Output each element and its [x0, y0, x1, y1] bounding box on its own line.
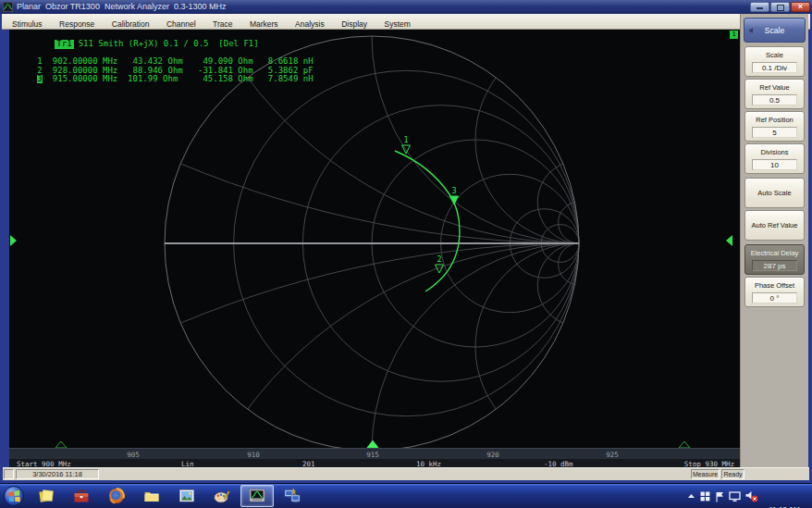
s11-trace [395, 151, 460, 291]
status-ready: Ready [721, 469, 744, 479]
taskbar-app-firefox[interactable] [100, 485, 133, 507]
taskbar-app-paint[interactable] [205, 485, 239, 507]
softkey-divisions[interactable]: Divisions 10 [744, 143, 805, 174]
left-scroll-strip [0, 30, 9, 480]
paint-icon [213, 487, 231, 505]
softkey-header[interactable]: Scale [744, 18, 806, 43]
softkey-auto-scale[interactable]: Auto Scale [744, 178, 805, 208]
remote-connection-icon [283, 487, 301, 505]
screen: Planar Obzor TR1300 Network Analyzer 0.3… [0, 0, 812, 508]
softkey-sidebar: Scale Scale 0.1 /Div Ref Value 0.5 Ref P… [740, 14, 808, 480]
tr1300-analyzer-icon [248, 487, 266, 505]
tray-volume-muted-icon[interactable] [745, 490, 758, 502]
svg-text:1: 1 [403, 135, 408, 144]
freq-tick: 920 [486, 451, 499, 459]
menubar: Stimulus Response Calibration Channel Tr… [2, 14, 810, 30]
tray-display-icon[interactable] [729, 491, 741, 502]
minimize-button[interactable] [750, 2, 769, 12]
channel-badge: 1 [730, 31, 738, 39]
windows-flag-icon [8, 490, 20, 502]
close-button[interactable] [791, 2, 810, 12]
svg-text:2: 2 [437, 254, 441, 264]
freq-marker-2-indicator[interactable] [679, 441, 690, 448]
taskbar-app-toolbox[interactable] [65, 485, 98, 507]
window-title: Planar Obzor TR1300 Network Analyzer 0.3… [17, 2, 226, 11]
firefox-icon [107, 487, 126, 505]
marker-readout-3: 3 915.00000 MHz 101.99 Ohm 45.158 Ohm 7.… [15, 75, 314, 83]
status-measure: Measure [691, 469, 720, 479]
ref-position-left-indicator [10, 235, 17, 246]
menu-item-calibration[interactable]: Calibration [105, 18, 156, 29]
sticky-notes-icon [37, 487, 55, 505]
softkey-electrical-delay[interactable]: Electrical Delay 287 ps [744, 244, 805, 275]
system-tray [687, 490, 758, 502]
softkey-ref-value-value: 0.5 [752, 94, 797, 105]
trace-title: S11 Smith (R+jX) 0.1 / 0.5 [Del F1] [79, 39, 259, 48]
taskbar-app-tr1300-analyzer[interactable] [240, 485, 274, 507]
taskbar-app-explorer[interactable] [135, 485, 168, 507]
svg-text:3: 3 [451, 186, 456, 195]
smith-grid [9, 30, 740, 467]
tray-grid-icon[interactable] [700, 491, 710, 502]
freq-marker-1-indicator[interactable] [55, 441, 67, 448]
tray-expand-icon[interactable] [687, 492, 695, 501]
softkey-phase-offset[interactable]: Phase Offset 0 ° [744, 277, 805, 307]
frequency-axis: 905 910 915 920 925 [9, 448, 740, 459]
taskbar-app-remote-connection[interactable] [276, 485, 309, 507]
photo-viewer-icon [178, 487, 196, 505]
menu-item-response[interactable]: Response [53, 18, 101, 29]
sweep-parameter-row: Start 900 MHz Lin 201 10 kHz -10 dBm Sto… [9, 459, 740, 467]
softkey-divisions-value: 10 [752, 159, 797, 170]
softkey-ref-position-value: 5 [752, 127, 797, 138]
menu-item-display[interactable]: Display [335, 18, 374, 29]
statusbar: 3/30/2016 11:18 Measure Ready [3, 467, 809, 480]
menu-item-channel[interactable]: Channel [160, 18, 203, 29]
menu-item-analysis[interactable]: Analysis [289, 18, 331, 29]
softkey-phase-offset-value: 0 ° [752, 292, 797, 304]
titlebar: Planar Obzor TR1300 Network Analyzer 0.3… [0, 0, 812, 14]
status-grip [4, 469, 14, 479]
taskbar-app-photo-viewer[interactable] [170, 485, 203, 507]
taskbar-app-sticky-notes[interactable] [30, 485, 63, 507]
freq-tick: 905 [127, 451, 140, 459]
menu-item-trace[interactable]: Trace [206, 18, 239, 29]
menu-item-markers[interactable]: Markers [243, 18, 285, 29]
back-arrow-icon [748, 28, 753, 33]
smith-chart-plot: 1 2 3 Tr1S11 Smith (R+jX) 0.1 / 0.5 [Del… [9, 30, 740, 467]
taskbar: 11:18 AM 3/30/2016 [0, 483, 812, 508]
maximize-button[interactable] [770, 2, 790, 12]
freq-tick: 915 [366, 451, 379, 459]
menu-item-system[interactable]: System [377, 18, 416, 29]
app-icon [3, 2, 13, 12]
ref-position-right-indicator [726, 235, 732, 246]
tray-action-center-flag-icon[interactable] [715, 491, 724, 502]
menu-item-stimulus[interactable]: Stimulus [6, 18, 49, 29]
folder-icon [142, 487, 161, 505]
softkey-ref-value[interactable]: Ref Value 0.5 [744, 79, 805, 109]
smith-chart: 1 2 3 [9, 30, 740, 467]
status-datetime: 3/30/2016 11:18 [16, 469, 99, 479]
freq-tick: 925 [606, 451, 619, 459]
softkey-ref-position[interactable]: Ref Position 5 [744, 111, 805, 142]
start-button[interactable] [4, 486, 24, 506]
trace-readout: Tr1S11 Smith (R+jX) 0.1 / 0.5 [Del F1] 1… [15, 31, 314, 83]
trace-badge[interactable]: Tr1 [55, 40, 73, 48]
softkey-scale[interactable]: Scale 0.1 /Div [744, 46, 805, 77]
softkey-auto-ref-value[interactable]: Auto Ref Value [744, 210, 805, 241]
softkey-electrical-delay-value: 287 ps [752, 260, 797, 271]
toolbox-icon [72, 487, 91, 505]
softkey-scale-value: 0.1 /Div [752, 62, 797, 73]
taskbar-clock[interactable]: 11:18 AM 3/30/2016 [760, 487, 808, 508]
marker-3[interactable]: 3 [450, 186, 459, 204]
freq-tick: 910 [247, 451, 260, 459]
